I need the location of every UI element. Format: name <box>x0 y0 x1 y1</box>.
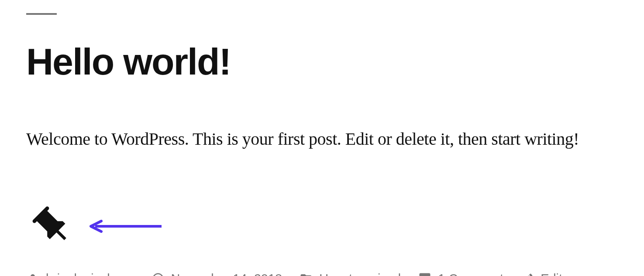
pushpin-icon <box>31 204 74 250</box>
header-rule <box>26 13 57 15</box>
edit-link[interactable]: Edit <box>521 272 562 276</box>
author-name: brianleejackson <box>46 272 134 276</box>
comment-icon <box>418 272 431 276</box>
category-name: Uncategorized <box>319 272 401 276</box>
comments-link[interactable]: 1 Comment <box>418 272 503 276</box>
post-title[interactable]: Hello world! <box>26 41 618 82</box>
edit-label: Edit <box>541 272 562 276</box>
annotation-arrow-icon <box>87 220 162 235</box>
post-content: Welcome to WordPress. This is your first… <box>26 126 618 152</box>
author-link[interactable]: brianleejackson <box>26 272 134 276</box>
comments-count: 1 Comment <box>438 272 503 276</box>
post-date: November 14, 2018 <box>171 272 282 276</box>
folder-icon <box>300 272 313 276</box>
person-icon <box>26 272 39 276</box>
clock-icon <box>152 272 165 276</box>
sticky-indicator <box>31 204 618 250</box>
post-meta: brianleejackson November 14, 2018 Uncate… <box>26 272 618 276</box>
date-link[interactable]: November 14, 2018 <box>152 272 282 276</box>
category-link[interactable]: Uncategorized <box>300 272 401 276</box>
pencil-icon <box>521 272 534 276</box>
